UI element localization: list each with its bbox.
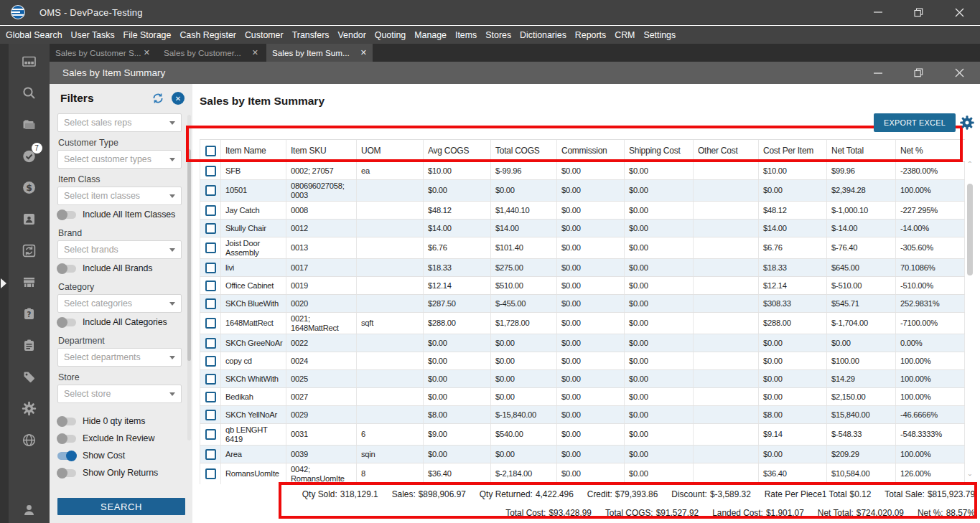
sidebar-item-search[interactable] xyxy=(21,84,38,101)
menu-item[interactable]: User Tasks xyxy=(67,30,119,40)
menu-item[interactable]: Quoting xyxy=(370,30,410,40)
table-row[interactable]: Joist Door Assembly 0013 $6.76 $101.40 $… xyxy=(200,237,965,259)
table-row[interactable]: SKCh WhitWith 0025 $0.00 $0.00 $0.00 $0.… xyxy=(200,370,965,388)
sidebar-item-stores[interactable] xyxy=(21,273,38,291)
row-checkbox[interactable] xyxy=(205,468,216,479)
toggle-switch[interactable] xyxy=(57,211,76,219)
menu-item[interactable]: Vendor xyxy=(334,30,370,40)
sidebar-item-web[interactable] xyxy=(21,431,38,448)
menu-item[interactable]: CRM xyxy=(610,30,639,40)
hide-0-qty-toggle[interactable]: Hide 0 qty items xyxy=(57,413,192,429)
row-checkbox[interactable] xyxy=(205,185,216,196)
inner-restore-button[interactable] xyxy=(898,62,939,84)
sidebar-item-pricing[interactable] xyxy=(21,368,38,385)
table-row[interactable]: qb LENGHT 6419 0031 6 $9.00 $540.00 $0.0… xyxy=(200,424,965,446)
table-scrollbar[interactable]: ˆ ˇ xyxy=(966,162,974,485)
window-close-button[interactable] xyxy=(939,0,980,24)
sidebar-item-orders-help[interactable]: ? xyxy=(21,305,38,322)
inner-close-button[interactable] xyxy=(939,62,980,84)
row-checkbox[interactable] xyxy=(205,449,216,460)
row-checkbox[interactable] xyxy=(205,223,216,234)
row-checkbox[interactable] xyxy=(205,338,216,349)
table-row[interactable]: SKCh BlueWith 0020 $287.50 $-455.00 $0.0… xyxy=(200,295,965,313)
sidebar-item-transfers[interactable] xyxy=(21,242,38,259)
toggle-switch[interactable] xyxy=(57,265,76,273)
tab-close-icon[interactable]: ✕ xyxy=(144,48,150,57)
sidebar-item-finance[interactable]: $ xyxy=(21,179,38,196)
window-maximize-button[interactable] xyxy=(898,0,939,24)
clear-filters-icon[interactable]: ✕ xyxy=(172,92,185,105)
include-all-categories-toggle[interactable]: Include All Categories xyxy=(57,314,192,330)
document-tab[interactable]: Sales by Item Sum... ✕ xyxy=(266,44,373,62)
row-checkbox[interactable] xyxy=(205,318,216,329)
tab-close-icon[interactable]: ✕ xyxy=(252,48,258,57)
customer-type-select[interactable]: Select customer types xyxy=(57,150,182,169)
menu-item[interactable]: Settings xyxy=(639,30,680,40)
row-checkbox[interactable] xyxy=(205,356,216,367)
store-select[interactable]: Select store xyxy=(57,385,182,403)
row-checkbox[interactable] xyxy=(205,242,216,253)
menu-item[interactable]: Cash Register xyxy=(175,30,241,40)
row-checkbox[interactable] xyxy=(205,298,216,309)
table-row[interactable]: Office Cabinet 0019 $12.14 $510.00 $0.00… xyxy=(200,277,965,295)
window-minimize-button[interactable] xyxy=(857,0,898,24)
include-all-brands-toggle[interactable]: Include All Brands xyxy=(57,260,192,276)
table-row[interactable]: RomansUomIte 0042; RomansUomIte 8 $36.40… xyxy=(200,463,965,484)
table-row[interactable]: 10501 080696027058; 0003 $0.00 $0.00 $0.… xyxy=(200,180,965,202)
menu-item[interactable]: Global Search xyxy=(1,30,67,40)
category-select[interactable]: Select categories xyxy=(57,294,182,313)
item-class-select[interactable]: Select item classes xyxy=(57,187,182,205)
filters-scrollbar-thumb[interactable] xyxy=(187,149,191,361)
tab-close-icon[interactable]: ✕ xyxy=(360,48,367,57)
show-only-returns-toggle[interactable]: Show Only Returns xyxy=(57,465,192,481)
sidebar-item-dashboard[interactable] xyxy=(21,52,38,70)
document-tab[interactable]: Sales by Customer S... ✕ xyxy=(50,44,156,62)
export-excel-button[interactable]: EXPORT EXCEL xyxy=(874,113,956,132)
sidebar-item-reports-list[interactable] xyxy=(21,336,38,354)
show-cost-toggle[interactable]: Show Cost xyxy=(57,448,192,463)
menu-item[interactable]: Items xyxy=(451,30,481,40)
table-row[interactable]: Bedikah 0027 $0.00 $0.00 $0.00 $0.00 $0.… xyxy=(200,388,965,406)
table-row[interactable]: SKCh YellNoAr 0029 $8.00 $-15,840.00 $0.… xyxy=(200,406,965,424)
refresh-icon[interactable] xyxy=(151,92,164,105)
table-row[interactable]: Jay Catch 0008 $48.12 $1,440.10 $0.00 $0… xyxy=(200,202,965,220)
menu-item[interactable]: Dictionaries xyxy=(515,30,571,40)
row-checkbox[interactable] xyxy=(205,374,216,385)
row-checkbox[interactable] xyxy=(205,429,216,440)
table-row[interactable]: 1648MattRect 0021; 1648MattRect sqft $28… xyxy=(200,313,965,334)
row-checkbox[interactable] xyxy=(205,410,216,420)
sidebar-item-settings[interactable] xyxy=(21,400,38,417)
menu-item[interactable]: Manage xyxy=(410,30,451,40)
sidebar-item-profile[interactable] xyxy=(9,502,50,517)
filters-scrollbar[interactable] xyxy=(187,115,191,440)
sales-rep-select[interactable]: Select sales reps xyxy=(57,113,182,132)
inner-minimize-button[interactable] xyxy=(857,62,898,84)
menu-item[interactable]: Transfers xyxy=(288,30,334,40)
brand-select[interactable]: Select brands xyxy=(57,240,182,259)
sidebar-item-contacts[interactable] xyxy=(21,210,38,227)
department-select[interactable]: Select departments xyxy=(57,348,182,367)
sidebar-flyout-handle[interactable] xyxy=(1,278,6,288)
row-checkbox[interactable] xyxy=(205,205,216,216)
toggle-switch[interactable] xyxy=(57,452,76,460)
toggle-switch[interactable] xyxy=(57,435,76,443)
row-checkbox[interactable] xyxy=(205,392,216,402)
toggle-switch[interactable] xyxy=(57,418,76,425)
row-checkbox[interactable] xyxy=(205,263,216,273)
toggle-switch[interactable] xyxy=(57,469,76,477)
table-scrollbar-thumb[interactable] xyxy=(967,184,973,275)
toggle-switch[interactable] xyxy=(57,319,76,326)
menu-item[interactable]: File Storage xyxy=(119,30,176,40)
table-row[interactable]: SFB 0002; 27057 ea $10.00 $-99.96 $0.00 … xyxy=(200,162,965,180)
exclude-in-review-toggle[interactable]: Exclude In Review xyxy=(57,430,192,446)
scroll-up-icon[interactable]: ˆ xyxy=(966,162,974,171)
row-checkbox[interactable] xyxy=(205,281,216,291)
include-all-item-classes-toggle[interactable]: Include All Item Classes xyxy=(57,207,192,222)
table-row[interactable]: SKCh GreeNoAr 0022 $0.00 $0.00 $0.00 $0.… xyxy=(200,334,965,352)
table-row[interactable]: copy cd 0024 $0.00 $0.00 $0.00 $0.00 $0.… xyxy=(200,352,965,370)
row-checkbox[interactable] xyxy=(205,166,216,176)
table-row[interactable]: Skully Chair 0012 $14.00 $14.00 $0.00 $0… xyxy=(200,220,965,237)
sidebar-item-tasks[interactable]: 7 xyxy=(21,147,38,164)
menu-item[interactable]: Stores xyxy=(481,30,515,40)
search-button[interactable]: SEARCH xyxy=(57,498,185,515)
